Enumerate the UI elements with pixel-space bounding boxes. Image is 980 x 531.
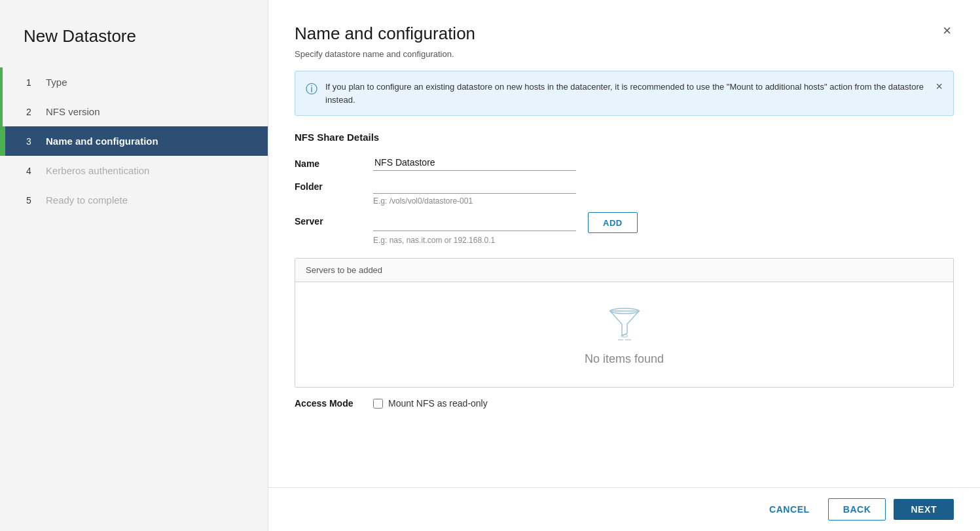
step-item-nfs-version[interactable]: 2 NFS version <box>0 97 268 126</box>
servers-table: Servers to be added <box>295 258 954 388</box>
steps-list: 1 Type 2 NFS version 3 Name and configur… <box>0 67 268 215</box>
funnel-svg <box>605 303 644 342</box>
name-field-row: Name <box>295 155 954 171</box>
step-num-4: 4 <box>26 166 38 176</box>
server-label: Server <box>295 212 373 227</box>
access-mode-row: Access Mode Mount NFS as read-only <box>295 398 954 409</box>
step-item-type[interactable]: 1 Type <box>0 67 268 97</box>
step-label-kerberos: Kerberos authentication <box>46 165 149 176</box>
server-field-row: Server ADD E.g: nas, nas.it.com or 192.1… <box>295 212 954 245</box>
main-header: Name and configuration × <box>268 0 980 44</box>
step-item-kerberos: 4 Kerberos authentication <box>0 156 268 185</box>
step-num-5: 5 <box>26 195 38 206</box>
server-input[interactable] <box>373 215 576 231</box>
step-label-name-config: Name and configuration <box>46 136 158 147</box>
info-banner-close-button[interactable]: × <box>935 81 943 92</box>
folder-input[interactable] <box>373 177 576 194</box>
checkbox-area: Mount NFS as read-only <box>373 398 488 409</box>
no-items-icon <box>605 303 644 344</box>
server-hint: E.g: nas, nas.it.com or 192.168.0.1 <box>373 236 954 245</box>
section-title: NFS Share Details <box>295 132 954 143</box>
servers-table-header: Servers to be added <box>295 259 953 282</box>
server-input-area: ADD E.g: nas, nas.it.com or 192.168.0.1 <box>373 212 954 245</box>
name-input[interactable] <box>373 155 576 171</box>
folder-hint: E.g: /vols/vol0/datastore-001 <box>373 196 954 206</box>
new-datastore-dialog: New Datastore 1 Type 2 NFS version 3 Nam… <box>0 0 980 531</box>
folder-label: Folder <box>295 177 373 192</box>
step-num-2: 2 <box>26 107 38 117</box>
step-label-type: Type <box>46 77 67 88</box>
step-num-3: 3 <box>26 136 38 147</box>
name-input-group <box>373 155 954 171</box>
servers-table-body: No items found <box>295 282 953 387</box>
step-item-name-config[interactable]: 3 Name and configuration <box>0 126 268 156</box>
info-banner: ⓘ If you plan to configure an existing d… <box>295 71 954 116</box>
read-only-checkbox-label[interactable]: Mount NFS as read-only <box>388 398 488 409</box>
dialog-title: New Datastore <box>0 26 268 67</box>
info-banner-text: If you plan to configure an existing dat… <box>325 81 928 106</box>
server-input-line: ADD <box>373 212 954 233</box>
step-label-ready: Ready to complete <box>46 194 128 206</box>
main-subtitle: Specify datastore name and configuration… <box>268 44 980 59</box>
step-num-1: 1 <box>26 77 38 88</box>
access-mode-label: Access Mode <box>295 398 373 409</box>
name-label: Name <box>295 155 373 169</box>
next-button[interactable]: NEXT <box>894 499 954 520</box>
form-scroll-area: NFS Share Details Name Folder E.g: /vols… <box>268 116 980 487</box>
close-button[interactable]: × <box>940 24 954 38</box>
add-server-button[interactable]: ADD <box>588 212 638 233</box>
folder-field-row: Folder E.g: /vols/vol0/datastore-001 <box>295 177 954 206</box>
sidebar: New Datastore 1 Type 2 NFS version 3 Nam… <box>0 0 268 531</box>
no-items-text: No items found <box>585 352 664 366</box>
footer: CANCEL BACK NEXT <box>268 487 980 531</box>
main-title: Name and configuration <box>295 24 475 44</box>
cancel-button[interactable]: CANCEL <box>759 499 820 520</box>
main-panel: Name and configuration × Specify datasto… <box>268 0 980 531</box>
back-button[interactable]: BACK <box>828 498 886 521</box>
folder-input-group: E.g: /vols/vol0/datastore-001 <box>373 177 954 206</box>
info-icon: ⓘ <box>306 81 318 97</box>
step-item-ready: 5 Ready to complete <box>0 185 268 215</box>
read-only-checkbox[interactable] <box>373 399 383 409</box>
step-label-nfs-version: NFS version <box>46 106 100 117</box>
